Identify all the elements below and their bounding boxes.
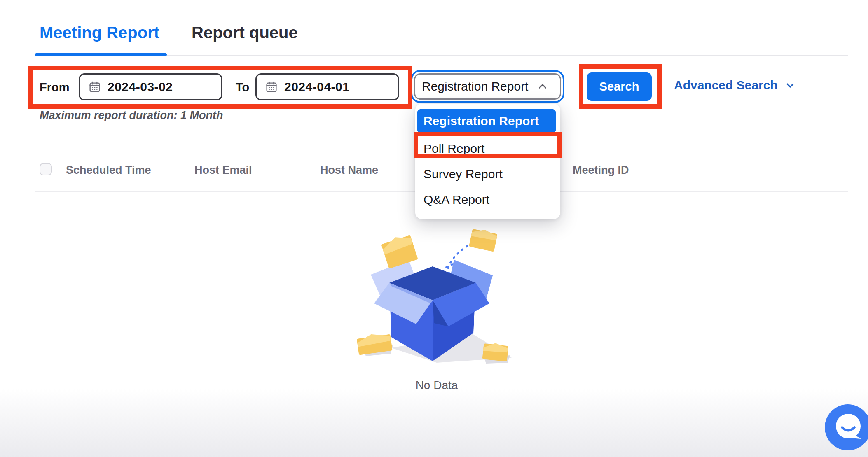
- active-tab-indicator: [35, 53, 167, 56]
- chat-launcher-button[interactable]: [825, 404, 868, 450]
- advanced-search-label: Advanced Search: [674, 78, 778, 92]
- menu-option-survey-report[interactable]: Survey Report: [415, 161, 560, 187]
- tab-meeting-report[interactable]: Meeting Report: [40, 23, 159, 42]
- report-type-selected-value: Registration Report: [422, 79, 528, 93]
- tab-report-queue[interactable]: Report queue: [192, 23, 298, 42]
- menu-option-registration-report[interactable]: Registration Report: [417, 109, 556, 133]
- to-label: To: [236, 81, 249, 94]
- chat-bubble-icon: [825, 404, 868, 450]
- calendar-icon: [88, 80, 101, 93]
- select-all-checkbox[interactable]: [40, 163, 52, 175]
- menu-option-qa-report[interactable]: Q&A Report: [415, 187, 560, 212]
- column-header-meeting-id: Meeting ID: [573, 164, 629, 177]
- report-type-select[interactable]: Registration Report: [414, 73, 561, 100]
- duration-note: Maximum report duration: 1 Month: [40, 109, 223, 122]
- to-date-value: 2024-04-01: [284, 80, 349, 94]
- from-date-value: 2024-03-02: [108, 80, 173, 94]
- meeting-report-page: Meeting Report Report queue From 2024-03…: [0, 0, 868, 457]
- column-header-scheduled-time: Scheduled Time: [66, 164, 151, 177]
- empty-box-illustration: [350, 224, 515, 373]
- chevron-down-icon: [784, 79, 796, 91]
- to-date-field[interactable]: 2024-04-01: [255, 73, 399, 100]
- advanced-search-link[interactable]: Advanced Search: [674, 78, 796, 92]
- from-date-field[interactable]: 2024-03-02: [79, 73, 222, 100]
- page-bottom-gradient: [0, 389, 868, 457]
- column-header-host-email: Host Email: [194, 164, 252, 177]
- menu-option-poll-report[interactable]: Poll Report: [415, 136, 560, 161]
- column-header-host-name: Host Name: [320, 164, 378, 177]
- search-button[interactable]: Search: [587, 72, 652, 101]
- calendar-icon: [265, 80, 278, 93]
- chevron-up-icon: [536, 80, 549, 93]
- report-type-menu: Registration Report Poll Report Survey R…: [415, 104, 560, 219]
- from-label: From: [40, 81, 70, 94]
- paper-icon: [469, 227, 498, 252]
